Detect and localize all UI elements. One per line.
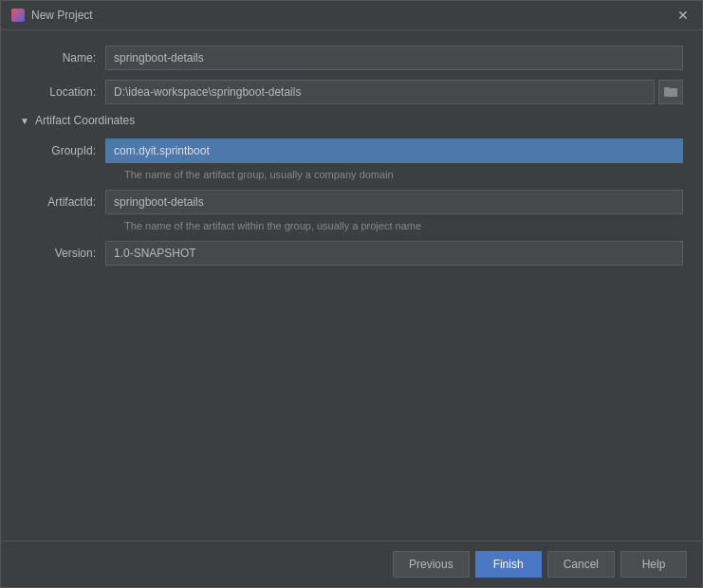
svg-rect-1: [664, 87, 670, 89]
groupid-label: GroupId:: [29, 144, 105, 157]
title-bar-left: New Project: [10, 8, 93, 23]
artifactid-input[interactable]: [105, 190, 683, 214]
app-icon: [10, 8, 26, 23]
version-label: Version:: [29, 247, 105, 260]
name-row: Name:: [20, 46, 683, 70]
new-project-dialog: New Project ✕ Name: Location:: [0, 0, 703, 588]
groupid-row: GroupId:: [29, 138, 683, 163]
previous-button[interactable]: Previous: [393, 551, 470, 578]
dialog-title: New Project: [31, 9, 93, 22]
version-input[interactable]: [105, 241, 683, 266]
close-button[interactable]: ✕: [674, 7, 693, 24]
location-input[interactable]: [105, 80, 655, 104]
artifactid-row: ArtifactId:: [29, 190, 683, 214]
groupid-hint: The name of the artifact group, usually …: [115, 169, 683, 180]
folder-icon: [664, 85, 677, 99]
section-collapse-arrow[interactable]: ▼: [20, 116, 29, 126]
artifact-section-title: Artifact Coordinates: [35, 114, 135, 127]
finish-button[interactable]: Finish: [475, 551, 542, 578]
artifactid-hint: The name of the artifact within the grou…: [115, 220, 683, 231]
title-bar: New Project ✕: [1, 1, 702, 30]
name-label: Name:: [20, 51, 105, 64]
name-input[interactable]: [105, 46, 683, 70]
artifact-section: GroupId: The name of the artifact group,…: [29, 138, 683, 266]
location-wrapper: [105, 80, 683, 104]
browse-folder-button[interactable]: [658, 80, 683, 104]
location-row: Location:: [20, 80, 683, 104]
artifactid-label: ArtifactId:: [29, 195, 105, 209]
dialog-content: Name: Location:: [1, 30, 702, 541]
location-label: Location:: [20, 85, 105, 99]
dialog-footer: Previous Finish Cancel Help: [1, 541, 702, 587]
groupid-input[interactable]: [105, 138, 683, 163]
cancel-button[interactable]: Cancel: [547, 551, 615, 578]
help-button[interactable]: Help: [620, 551, 687, 578]
artifact-section-header: ▼ Artifact Coordinates: [20, 114, 683, 127]
version-row: Version:: [29, 241, 683, 266]
svg-rect-0: [664, 88, 677, 97]
name-input-wrapper: [105, 46, 683, 70]
